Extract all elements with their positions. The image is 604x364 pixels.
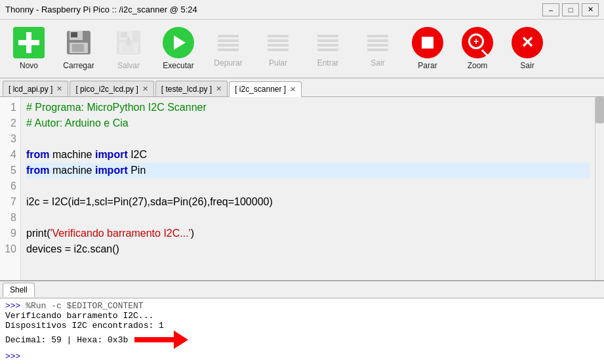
shell-container: Shell >>> %Run -c $EDITOR_CONTENT Verifi… (0, 280, 604, 364)
tab-pico-i2c-lcd-close[interactable]: ✕ (142, 85, 148, 93)
entrar-button[interactable]: Entrar (304, 22, 352, 75)
svg-rect-7 (121, 32, 127, 37)
zoom-handle (481, 49, 489, 56)
svg-rect-4 (72, 44, 84, 52)
tab-i2c-scanner[interactable]: [ i2c_scanner ] ✕ (229, 81, 302, 97)
zoom-label: Zoom (468, 61, 488, 70)
run-icon (163, 27, 194, 58)
entrar-label: Entrar (317, 58, 339, 68)
tab-i2c-scanner-label: [ i2c_scanner ] (235, 85, 286, 94)
tab-teste-lcd-label: [ teste_lcd.py ] (161, 85, 212, 94)
shell-output-2: Dispositivos I2C encontrados: 1 (5, 321, 164, 331)
sair-icon: ✕ (512, 27, 543, 58)
novo-label: Novo (20, 61, 38, 70)
sair-debug-label: Sair (371, 58, 384, 68)
carregar-label: Carregar (63, 61, 94, 70)
shell-output-line-2: Dispositivos I2C encontrados: 1 (5, 321, 599, 331)
scrollbar-thumb[interactable] (595, 97, 604, 123)
arrow-head (174, 331, 188, 349)
stop-icon (412, 27, 443, 58)
parar-label: Parar (418, 61, 437, 70)
sair-debug-icon (365, 30, 391, 56)
carregar-button[interactable]: Carregar (55, 22, 102, 75)
novo-icon (13, 27, 45, 58)
shell-command-line: >>> %Run -c $EDITOR_CONTENT (5, 301, 599, 311)
shell-tab[interactable]: Shell (3, 283, 35, 297)
shell-content[interactable]: >>> %Run -c $EDITOR_CONTENT Verificando … (0, 298, 604, 364)
editor-scrollbar[interactable] (595, 97, 604, 280)
shell-output-line-3: Decimal: 59 | Hexa: 0x3b (5, 331, 599, 349)
shell-output-1: Verificando barramento I2C... (5, 311, 153, 321)
pular-label: Pular (269, 58, 287, 68)
tab-teste-lcd-close[interactable]: ✕ (216, 85, 222, 93)
tab-pico-i2c-lcd-label: [ pico_i2c_lcd.py ] (75, 85, 138, 94)
sair-label: Sair (520, 61, 534, 70)
salvar-button[interactable]: Salvar (105, 22, 152, 75)
pular-button[interactable]: Pular (254, 22, 302, 75)
tab-i2c-scanner-close[interactable]: ✕ (290, 85, 296, 94)
executar-label: Executar (163, 61, 193, 70)
toolbar: Novo Carregar (0, 20, 604, 79)
executar-button[interactable]: Executar (155, 22, 202, 75)
depurar-label: Depurar (214, 58, 242, 68)
maximize-button[interactable]: □ (562, 3, 579, 16)
salvar-icon (113, 27, 144, 58)
file-tabs: [ lcd_api.py ] ✕ [ pico_i2c_lcd.py ] ✕ [… (0, 79, 604, 97)
shell-final-prompt: >>> (5, 352, 20, 361)
window-controls: – □ ✕ (542, 3, 599, 16)
tab-teste-lcd[interactable]: [ teste_lcd.py ] ✕ (155, 81, 228, 96)
shell-command: %Run -c $EDITOR_CONTENT (20, 301, 143, 311)
close-button[interactable]: ✕ (582, 3, 599, 16)
shell-tab-bar: Shell (0, 281, 604, 298)
shell-output-3: Decimal: 59 | Hexa: 0x3b (5, 335, 128, 345)
editor-body: 1 2 3 4 5 6 7 8 9 10 # Programa: MicroPy… (0, 97, 604, 280)
salvar-label: Salvar (117, 61, 140, 70)
zoom-button[interactable]: + Zoom (454, 22, 501, 75)
zoom-icon: + (462, 27, 493, 58)
code-editor[interactable]: # Programa: MicroPython I2C Scanner # Au… (21, 97, 595, 280)
tab-lcd-api-label: [ lcd_api.py ] (9, 85, 52, 94)
zoom-glass: + (468, 33, 484, 49)
shell-tab-label: Shell (10, 285, 28, 294)
shell-prompt: >>> (5, 301, 20, 311)
red-arrow-indicator (134, 331, 188, 349)
minimize-button[interactable]: – (542, 3, 559, 16)
novo-button[interactable]: Novo (5, 22, 52, 75)
salvar-svg (114, 28, 143, 57)
pular-icon (265, 30, 291, 56)
entrar-icon (315, 30, 341, 56)
tab-lcd-api-close[interactable]: ✕ (56, 85, 62, 93)
shell-output-line-1: Verificando barramento I2C... (5, 311, 599, 321)
parar-button[interactable]: Parar (404, 22, 451, 75)
floppy-svg (64, 28, 93, 57)
titlebar: Thonny - Raspberry Pi Pico :: /i2c_scann… (0, 0, 604, 20)
window-title: Thonny - Raspberry Pi Pico :: /i2c_scann… (5, 5, 197, 14)
carregar-icon (63, 27, 94, 58)
shell-final-prompt-line: >>> (5, 352, 599, 361)
sair-debug-button[interactable]: Sair (354, 22, 401, 75)
depurar-button[interactable]: Depurar (205, 22, 252, 75)
sair-button[interactable]: ✕ Sair (504, 22, 551, 75)
svg-rect-11 (127, 37, 130, 44)
svg-rect-2 (71, 32, 77, 37)
tab-pico-i2c-lcd[interactable]: [ pico_i2c_lcd.py ] ✕ (70, 81, 153, 96)
depurar-icon (215, 30, 241, 56)
line-numbers: 1 2 3 4 5 6 7 8 9 10 (0, 97, 21, 280)
arrow-body (134, 337, 174, 342)
tab-lcd-api[interactable]: [ lcd_api.py ] ✕ (3, 81, 68, 96)
